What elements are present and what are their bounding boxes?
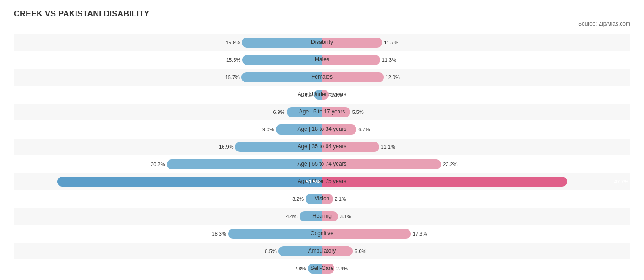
val-left: 6.9%: [273, 109, 285, 115]
bar-right: [322, 177, 567, 187]
bar-right: [322, 107, 350, 117]
chart-row: Age | Over 75 years51.5%47.7%: [14, 173, 630, 190]
val-left: 9.0%: [262, 127, 274, 132]
bar-left: [278, 246, 322, 256]
val-right: 5.5%: [352, 109, 364, 115]
val-left: 8.5%: [265, 248, 277, 254]
bar-left: [287, 107, 322, 117]
chart-row: Age | 35 to 64 years16.9%11.1%: [14, 139, 630, 155]
chart-row: Self-Care2.8%2.4%: [14, 260, 630, 277]
bar-right: [322, 194, 333, 204]
chart-row: Age | 18 to 34 years9.0%6.7%: [14, 121, 630, 138]
bar-left: [57, 177, 322, 187]
bar-right: [322, 229, 411, 239]
bar-right: [322, 264, 334, 274]
bar-left: [306, 194, 322, 204]
bar-right: [322, 159, 441, 169]
source-label: Source: ZipAtlas.com: [14, 21, 630, 27]
val-right: 11.3%: [382, 57, 396, 63]
bar-right: [322, 72, 384, 82]
chart-row: Ambulatory8.5%6.0%: [14, 243, 630, 259]
val-left: 30.2%: [151, 162, 165, 167]
chart-area: Disability15.6%11.7%Males15.5%11.3%Femal…: [14, 34, 630, 277]
val-left: 18.3%: [212, 231, 226, 237]
val-right: 23.2%: [443, 162, 457, 167]
val-left: 1.6%: [300, 92, 312, 97]
val-right: 11.7%: [384, 40, 398, 45]
val-left: 2.8%: [295, 266, 306, 271]
bar-left: [276, 124, 322, 135]
chart-row: Males15.5%11.3%: [14, 52, 630, 68]
chart-row: Age | Under 5 years1.6%1.3%: [14, 86, 630, 103]
bar-left: [314, 90, 322, 100]
bar-left: [300, 211, 322, 221]
val-left: 15.7%: [225, 75, 240, 80]
bar-right: [322, 142, 379, 152]
bar-right: [322, 211, 338, 221]
bar-left: [308, 264, 322, 274]
chart-row: Females15.7%12.0%: [14, 69, 630, 86]
val-right: 1.3%: [331, 92, 342, 97]
bar-left: [228, 229, 322, 239]
val-right: 2.1%: [335, 196, 346, 202]
chart-row: Age | 5 to 17 years6.9%5.5%: [14, 104, 630, 120]
val-right: 17.3%: [413, 231, 427, 237]
chart-row: Disability15.6%11.7%: [14, 34, 630, 51]
bar-left: [242, 55, 322, 65]
val-left: 51.5%: [306, 179, 320, 184]
val-right: 6.7%: [358, 127, 370, 132]
chart-title: CREEK VS PAKISTANI DISABILITY: [14, 9, 630, 19]
val-left: 15.5%: [226, 57, 240, 63]
bar-left: [235, 142, 322, 152]
chart-row: Cognitive18.3%17.3%: [14, 226, 630, 242]
bar-left: [242, 38, 322, 48]
val-right: 47.7%: [614, 179, 628, 184]
val-left: 16.9%: [219, 144, 233, 150]
bar-right: [322, 90, 329, 100]
bar-right: [322, 38, 382, 48]
val-right: 6.0%: [355, 248, 366, 254]
val-left: 3.2%: [292, 196, 304, 202]
val-left: 15.6%: [226, 40, 240, 45]
bar-right: [322, 55, 380, 65]
chart-row: Vision3.2%2.1%: [14, 191, 630, 207]
chart-row: Hearing4.4%3.1%: [14, 208, 630, 225]
val-left: 4.4%: [286, 214, 298, 219]
bar-left: [167, 159, 322, 169]
bar-left: [241, 72, 322, 82]
val-right: 12.0%: [386, 75, 400, 80]
val-right: 2.4%: [336, 266, 348, 271]
val-right: 3.1%: [340, 214, 351, 219]
bar-right: [322, 124, 356, 135]
val-right: 11.1%: [381, 144, 395, 150]
chart-row: Age | 65 to 74 years30.2%23.2%: [14, 156, 630, 172]
bar-right: [322, 246, 353, 256]
